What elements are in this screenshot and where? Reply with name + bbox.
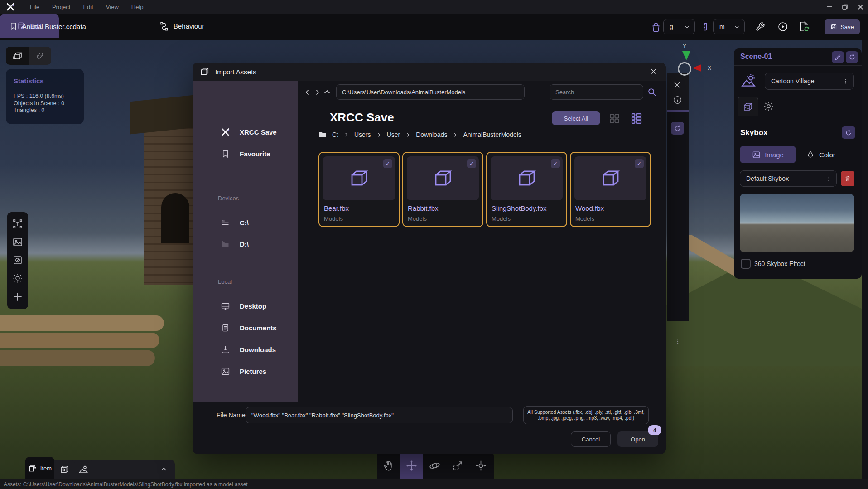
- grid-view-icon[interactable]: [608, 112, 621, 125]
- expand-dock-chevron-icon[interactable]: [160, 465, 168, 473]
- sidebar-item-xrcc-save[interactable]: XRCC Save: [193, 124, 298, 140]
- breadcrumb-item[interactable]: C:: [332, 131, 338, 138]
- breadcrumb-item[interactable]: Downloads: [416, 131, 447, 138]
- dialog-close-icon[interactable]: [650, 68, 657, 75]
- pivot-tool[interactable]: [469, 451, 492, 479]
- document-icon: [221, 323, 230, 333]
- environment-select[interactable]: Cartoon Village: [765, 73, 854, 90]
- asset-card-wood[interactable]: ✓ Wood.fbx Models: [570, 152, 651, 227]
- light-tool-icon[interactable]: [12, 273, 23, 284]
- rotate-tool[interactable]: [423, 451, 446, 479]
- link-icon[interactable]: [29, 47, 51, 65]
- cancel-button[interactable]: Cancel: [571, 431, 611, 447]
- sidebar-item-drive-c[interactable]: C:\: [193, 215, 298, 230]
- skybox-preset-select[interactable]: Default Skybox: [740, 170, 837, 187]
- restore-icon[interactable]: [837, 0, 853, 14]
- sidebar-section-local: Local: [218, 278, 232, 285]
- search-icon[interactable]: [647, 87, 657, 97]
- path-input[interactable]: [336, 84, 525, 100]
- sidebar-item-label: C:\: [240, 219, 249, 227]
- breadcrumb-item[interactable]: Users: [354, 131, 371, 138]
- menu-edit[interactable]: Edit: [77, 4, 99, 10]
- minimize-icon[interactable]: [822, 0, 837, 14]
- ruler-icon[interactable]: [701, 21, 709, 33]
- skybox-preview-image[interactable]: [740, 194, 854, 252]
- pictures-icon: [221, 367, 230, 376]
- gizmo-x-axis-arrow[interactable]: [692, 64, 701, 72]
- info-icon[interactable]: [673, 95, 682, 105]
- dock-tab-material[interactable]: [55, 460, 73, 479]
- sidebar-item-label: Documents: [240, 324, 277, 332]
- titlebar-separator: [21, 3, 21, 11]
- panel-close-icon[interactable]: [674, 82, 680, 88]
- add-object-icon[interactable]: [12, 291, 24, 303]
- sidebar-item-downloads[interactable]: Downloads: [193, 342, 298, 357]
- weight-bag-icon[interactable]: [651, 21, 661, 33]
- nav-forward-icon[interactable]: [312, 84, 322, 100]
- dock-tab-environment[interactable]: [74, 460, 92, 479]
- droplet-icon: [806, 150, 815, 159]
- nav-up-icon[interactable]: [322, 84, 332, 100]
- scene-title: Scene-01: [740, 53, 772, 61]
- skybox-color-tab[interactable]: Color: [806, 146, 835, 163]
- transform-cube-icon[interactable]: [6, 47, 29, 65]
- scale-tool[interactable]: [446, 451, 469, 479]
- settings-wrench-icon[interactable]: [755, 21, 766, 32]
- file-sync-icon[interactable]: [798, 20, 810, 33]
- text-tool-icon[interactable]: [12, 218, 23, 229]
- list-view-icon[interactable]: [630, 111, 643, 125]
- reset-scene-icon[interactable]: [846, 51, 858, 63]
- tab-skybox[interactable]: [738, 97, 758, 116]
- asset-card-slingshotbody[interactable]: ✓ SlingShotBody.fbx Models: [486, 152, 567, 227]
- skybox-reset-icon[interactable]: [842, 126, 855, 139]
- asset-checkbox[interactable]: ✓: [551, 159, 560, 168]
- skybox-delete-icon[interactable]: [841, 171, 854, 186]
- sidebar-item-documents[interactable]: Documents: [193, 320, 298, 335]
- sidebar-item-drive-d[interactable]: D:\: [193, 236, 298, 252]
- kebab-menu-icon[interactable]: [674, 337, 681, 346]
- edit-scene-icon[interactable]: [832, 51, 844, 63]
- close-icon[interactable]: [853, 0, 868, 14]
- null-object-tool-icon[interactable]: [12, 255, 23, 266]
- gizmo-y-axis-arrow[interactable]: [682, 51, 690, 60]
- asset-checkbox[interactable]: ✓: [635, 159, 644, 168]
- sidebar-item-favourite[interactable]: Favourite: [193, 146, 298, 161]
- file-type-filter[interactable]: All Supported Assets (.fbx, .obj, .ply, …: [523, 406, 649, 424]
- move-tool[interactable]: [400, 451, 423, 479]
- asset-card-rabbit[interactable]: ✓ Rabbit.fbx Models: [402, 152, 483, 227]
- menu-project[interactable]: Project: [46, 4, 77, 10]
- hidden-panel-lower: [667, 112, 689, 321]
- right-scrollbar[interactable]: [862, 40, 868, 489]
- sidebar-item-desktop[interactable]: Desktop: [193, 298, 298, 314]
- skybox-effect-checkbox[interactable]: [741, 259, 751, 269]
- nav-back-icon[interactable]: [302, 84, 312, 100]
- image-tool-icon[interactable]: [12, 237, 23, 247]
- tab-scene-settings-gear-icon[interactable]: [763, 101, 774, 112]
- skybox-image-tab[interactable]: Image: [740, 146, 796, 163]
- save-button[interactable]: Save: [825, 19, 860, 34]
- file-name-input[interactable]: [246, 407, 513, 423]
- breadcrumb-item[interactable]: User: [387, 131, 400, 138]
- breadcrumb-item[interactable]: AnimalBusterModels: [463, 131, 521, 138]
- search-input[interactable]: [550, 84, 643, 100]
- tab-behaviour[interactable]: Behaviour: [159, 21, 204, 31]
- dock-tab-item[interactable]: Item: [25, 457, 54, 479]
- asset-checkbox[interactable]: ✓: [467, 159, 476, 168]
- menu-file[interactable]: File: [24, 4, 46, 10]
- asset-thumbnail: ✓: [323, 156, 395, 200]
- status-bar: Assets: C:\Users\User\Downloads\AnimalBu…: [0, 479, 868, 489]
- asset-card-bear[interactable]: ✓ Bear.fbx Models: [318, 152, 400, 227]
- select-all-button[interactable]: Select All: [552, 111, 600, 125]
- menu-view[interactable]: View: [100, 4, 125, 10]
- gizmo-sphere[interactable]: [678, 62, 691, 76]
- menu-help[interactable]: Help: [125, 4, 150, 10]
- sidebar-item-label: Desktop: [240, 302, 266, 310]
- reset-view-icon[interactable]: [671, 122, 684, 135]
- project-file-tab[interactable]: Animal Buster.ccdata: [9, 21, 86, 31]
- asset-checkbox[interactable]: ✓: [383, 159, 392, 168]
- sidebar-item-pictures[interactable]: Pictures: [193, 363, 298, 379]
- weight-unit-select[interactable]: g: [663, 19, 695, 34]
- pan-hand-tool[interactable]: [377, 451, 400, 479]
- length-unit-select[interactable]: m: [713, 19, 745, 34]
- play-icon[interactable]: [777, 21, 788, 32]
